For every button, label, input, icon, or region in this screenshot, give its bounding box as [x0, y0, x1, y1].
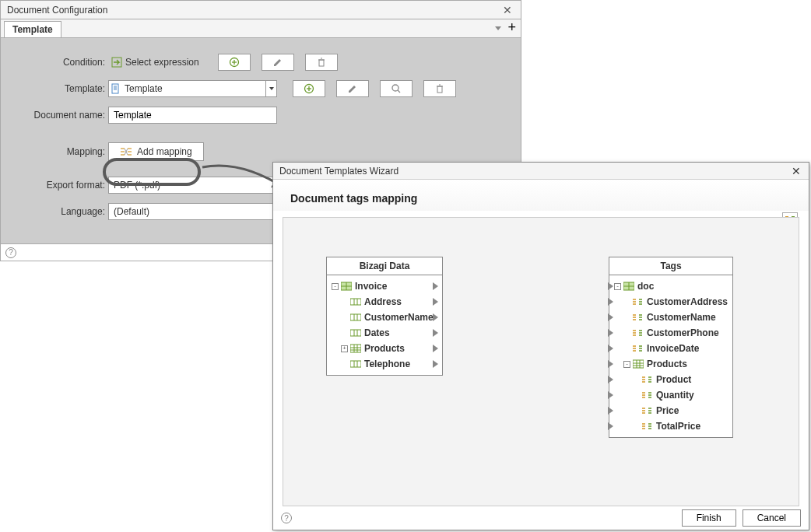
svg-rect-18 [437, 86, 442, 93]
help-icon[interactable]: ? [281, 513, 292, 523]
collapse-icon[interactable]: - [623, 361, 630, 368]
tree-node-price[interactable]: Price [614, 403, 728, 418]
tag-icon [642, 422, 653, 431]
wizard-footer: ? Finish Cancel [273, 506, 809, 530]
connector-triangle-icon[interactable] [608, 282, 613, 290]
wizard-titlebar: Document Templates Wizard ✕ [273, 163, 809, 180]
tree-node-customername[interactable]: CustomerName [332, 310, 437, 325]
table-icon [350, 344, 361, 353]
tag-icon [642, 406, 653, 415]
connector-triangle-icon[interactable] [608, 298, 613, 306]
svg-rect-42 [350, 314, 361, 320]
condition-delete-button[interactable] [305, 54, 338, 71]
connector-triangle-icon[interactable] [608, 391, 613, 399]
bizagi-data-panel: Bizagi Data -InvoiceAddressCustomerNameD… [326, 257, 443, 376]
tab-menu-dropdown-icon[interactable] [495, 26, 501, 30]
tags-tree[interactable]: -docCustomerAddressCustomerNameCustomerP… [609, 275, 732, 437]
label-export: Export format: [7, 180, 108, 191]
connector-triangle-icon[interactable] [433, 298, 438, 306]
svg-rect-8 [112, 84, 118, 93]
add-tab-icon[interactable]: + [507, 22, 516, 33]
config-title: Document Configuration [7, 5, 107, 16]
svg-rect-48 [350, 345, 361, 352]
field-icon [350, 328, 361, 338]
connector-triangle-icon[interactable] [608, 313, 613, 321]
tree-spacer [633, 392, 640, 399]
tags-title: Tags [609, 257, 732, 275]
tree-node-quantity[interactable]: Quantity [614, 387, 728, 403]
plus-circle-icon [229, 57, 240, 68]
tab-template[interactable]: Template [4, 21, 61, 37]
tree-node-doc[interactable]: -doc [614, 278, 728, 294]
connector-triangle-icon[interactable] [608, 360, 613, 368]
tree-node-label: CustomerAddress [647, 296, 728, 307]
tree-node-label: Products [647, 359, 687, 369]
connector-triangle-icon[interactable] [433, 329, 438, 337]
tree-node-dates[interactable]: Dates [332, 325, 437, 341]
tree-node-label: CustomerName [364, 312, 434, 323]
connector-triangle-icon[interactable] [608, 407, 613, 415]
tag-icon [633, 297, 644, 306]
tree-node-label: doc [637, 281, 654, 292]
tree-node-customername[interactable]: CustomerName [614, 310, 728, 325]
export-format-combo[interactable]: PDF (*.pdf) [108, 177, 277, 194]
svg-rect-45 [350, 330, 361, 336]
label-condition: Condition: [7, 57, 108, 68]
add-mapping-button[interactable]: Add mapping [108, 142, 204, 161]
wizard-header: Document tags mapping [273, 180, 809, 211]
template-search-button[interactable] [380, 80, 413, 97]
close-icon[interactable]: ✕ [790, 165, 802, 177]
connector-triangle-icon[interactable] [608, 345, 613, 352]
connector-triangle-icon[interactable] [433, 345, 438, 352]
connector-triangle-icon[interactable] [608, 376, 613, 383]
collapse-icon[interactable]: - [332, 283, 339, 290]
tree-node-invoicedate[interactable]: InvoiceDate [614, 341, 728, 356]
help-icon[interactable]: ? [5, 247, 16, 258]
condition-edit-button[interactable] [262, 54, 294, 71]
connector-triangle-icon[interactable] [433, 360, 438, 368]
field-icon [350, 359, 361, 369]
mapping-icon [120, 147, 132, 156]
condition-add-button[interactable] [218, 54, 251, 71]
tree-node-address[interactable]: Address [332, 294, 437, 310]
finish-button[interactable]: Finish [682, 509, 736, 527]
tree-spacer [341, 361, 348, 368]
collapse-icon[interactable]: - [614, 283, 621, 290]
tree-node-customerphone[interactable]: CustomerPhone [614, 325, 728, 341]
wizard-window: Document Templates Wizard ✕ Document tag… [272, 162, 809, 530]
tree-spacer [341, 299, 348, 306]
connector-triangle-icon[interactable] [608, 329, 613, 337]
select-expression-link[interactable]: Select expression [108, 54, 202, 71]
wizard-title: Document Templates Wizard [279, 166, 398, 177]
label-docname: Document name: [7, 110, 108, 121]
connector-triangle-icon[interactable] [608, 422, 613, 430]
tag-icon [642, 375, 653, 384]
tree-spacer [623, 330, 630, 337]
tag-icon [642, 390, 653, 400]
tree-node-products[interactable]: +Products [332, 341, 437, 356]
export-value: PDF (*.pdf) [111, 180, 160, 191]
tree-node-customeraddress[interactable]: CustomerAddress [614, 294, 728, 310]
tree-node-product[interactable]: Product [614, 372, 728, 387]
close-icon[interactable]: ✕ [500, 4, 514, 16]
connector-triangle-icon[interactable] [433, 313, 438, 321]
tree-node-totalprice[interactable]: TotalPrice [614, 418, 728, 434]
svg-point-16 [392, 85, 398, 91]
template-combo[interactable]: Template [108, 80, 277, 97]
expand-icon[interactable]: + [341, 345, 348, 352]
language-combo[interactable]: (Default) [108, 203, 277, 220]
cancel-button[interactable]: Cancel [743, 509, 801, 527]
tree-node-telephone[interactable]: Telephone [332, 356, 437, 372]
select-expression-label: Select expression [125, 57, 199, 68]
docname-input[interactable] [108, 107, 277, 124]
bizagi-data-tree[interactable]: -InvoiceAddressCustomerNameDates+Product… [327, 275, 442, 375]
tree-node-products[interactable]: -Products [614, 356, 728, 372]
tree-node-label: InvoiceDate [647, 343, 699, 354]
template-delete-button[interactable] [423, 80, 456, 97]
template-add-button[interactable] [293, 80, 325, 97]
template-edit-button[interactable] [336, 80, 369, 97]
tree-node-label: Price [656, 405, 679, 416]
tree-node-invoice[interactable]: -Invoice [332, 278, 437, 294]
connector-triangle-icon[interactable] [433, 282, 438, 290]
chevron-down-icon[interactable] [265, 81, 276, 96]
